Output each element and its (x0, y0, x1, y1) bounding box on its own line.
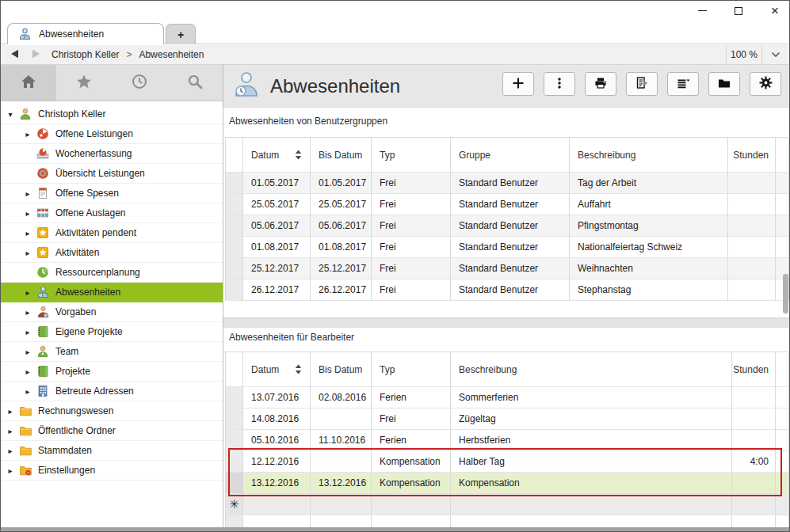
sidebar-item-offene-leistungen[interactable]: ▸Offene Leistungen (1, 124, 223, 144)
table-row[interactable]: 13.07.201602.08.2016FerienSommerferien (226, 387, 788, 408)
add-button[interactable] (502, 72, 534, 96)
column-header-stunden[interactable]: Stunden (728, 138, 776, 173)
row-selector[interactable] (226, 194, 243, 215)
sidebar-item-aktivit-ten-pendent[interactable]: ▸Aktivitäten pendent (1, 223, 223, 243)
column-header-datum[interactable]: Datum (243, 138, 311, 173)
sidebar-item-aktivit-ten[interactable]: ▸Aktivitäten (1, 243, 223, 263)
minimize-button[interactable] (696, 5, 708, 17)
sidebar-tab-search[interactable] (167, 65, 223, 101)
row-selector[interactable] (226, 473, 243, 494)
sidebar-item-ressourcenplanung[interactable]: Ressourcenplanung (1, 263, 223, 283)
row-selector[interactable] (226, 258, 243, 279)
zoom-dropdown[interactable] (762, 45, 789, 64)
pane-splitter[interactable] (223, 317, 790, 328)
vertical-scrollbar-thumb[interactable] (783, 274, 788, 314)
row-selector[interactable] (226, 215, 243, 237)
table-row[interactable]: 05.06.201705.06.2017FreiStandard Benutze… (226, 215, 788, 237)
row-selector[interactable] (226, 237, 243, 258)
table-row-selected[interactable]: 13.12.201613.12.2016KompensationKompensa… (226, 473, 788, 494)
sidebar-item-eigene-projekte[interactable]: ▸Eigene Projekte (1, 322, 223, 342)
new-tab-button[interactable]: + (166, 24, 196, 44)
sidebar-item-bersicht-leistungen[interactable]: Übersicht Leistungen (1, 164, 223, 184)
sidebar-item-einstellungen[interactable]: ▸Einstellungen (1, 461, 223, 481)
print-button[interactable] (585, 72, 616, 96)
more-button[interactable] (544, 72, 575, 96)
column-header-stunden[interactable]: Stunden (732, 352, 776, 387)
sidebar-tab-favorites[interactable] (56, 65, 112, 101)
row-selector-header[interactable] (226, 138, 243, 173)
expand-arrow-icon[interactable]: ▸ (23, 209, 32, 218)
expand-arrow-icon[interactable]: ▸ (23, 308, 32, 317)
row-selector[interactable] (226, 279, 243, 301)
table-row[interactable]: 12.12.2016KompensationHalber Tag4:00 (226, 451, 788, 473)
expand-arrow-icon[interactable]: ▸ (6, 446, 15, 455)
column-header-bis-datum[interactable]: Bis Datum (311, 138, 372, 173)
table-row[interactable]: 01.05.201701.05.2017FreiStandard Benutze… (226, 173, 788, 194)
column-header-bis-datum[interactable]: Bis Datum (311, 352, 372, 387)
settings-button[interactable] (750, 72, 781, 96)
breadcrumb-item-page[interactable]: Abwesenheiten (139, 49, 204, 60)
sidebar-item-ffentliche-ordner[interactable]: ▸Öffentliche Ordner (1, 421, 223, 441)
table-row[interactable]: 25.05.201725.05.2017FreiStandard Benutze… (226, 194, 788, 215)
maximize-button[interactable] (732, 5, 745, 17)
expand-arrow-icon[interactable]: ▸ (23, 130, 32, 139)
table-row[interactable]: 14.08.2016FreiZügeltag (226, 408, 788, 430)
row-selector[interactable] (226, 430, 243, 451)
expand-arrow-icon[interactable]: ▾ (6, 110, 15, 119)
column-header-datum[interactable]: Datum (243, 352, 311, 387)
zoom-level[interactable]: 100 % (727, 49, 761, 60)
sidebar-tab-home[interactable] (1, 65, 56, 101)
forward-icon[interactable] (32, 49, 40, 61)
expand-arrow-icon[interactable]: ▸ (6, 466, 15, 475)
row-selector-header[interactable] (226, 352, 243, 387)
expand-arrow-icon[interactable]: ▸ (23, 328, 32, 336)
expand-arrow-icon[interactable]: ▸ (23, 229, 32, 238)
row-selector[interactable] (226, 173, 243, 194)
row-selector[interactable] (226, 515, 243, 528)
sidebar-item-christoph-keller[interactable]: ▾Christoph Keller (1, 104, 223, 124)
sidebar-item-vorgaben[interactable]: ▸Vorgaben (1, 302, 223, 322)
column-header-typ[interactable]: Typ (372, 352, 451, 387)
table-row[interactable]: 01.08.201701.08.2017FreiStandard Benutze… (226, 237, 788, 258)
back-icon[interactable] (10, 49, 19, 61)
breadcrumb-item-user[interactable]: Christoph Keller (52, 49, 119, 60)
sidebar-item-abwesenheiten[interactable]: ▸Abwesenheiten (1, 283, 223, 302)
table-row-new[interactable]: ✳ (226, 494, 788, 515)
table-row[interactable]: 25.12.201725.12.2017FreiStandard Benutze… (226, 258, 788, 279)
close-button[interactable]: × (769, 5, 781, 17)
expand-arrow-icon[interactable]: ▸ (23, 288, 32, 297)
sidebar-item-offene-auslagen[interactable]: ▸Offene Auslagen (1, 203, 223, 223)
report-button[interactable] (626, 72, 658, 96)
sidebar-item-betreute-adressen[interactable]: ▸Betreute Adressen (1, 382, 223, 401)
sidebar-item-offene-spesen[interactable]: ▸Offene Spesen (1, 184, 223, 203)
table-row[interactable]: 26.12.201726.12.2017FreiStandard Benutze… (226, 279, 788, 301)
sidebar-item-wochenerfassung[interactable]: Wochenerfassung (1, 144, 223, 164)
expand-arrow-icon[interactable]: ▸ (23, 387, 32, 396)
expand-arrow-icon[interactable]: ▸ (23, 367, 32, 376)
table-row-empty[interactable] (226, 515, 788, 528)
column-header-gruppe[interactable]: Gruppe (451, 138, 570, 173)
table-row[interactable]: 05.10.201611.10.2016FerienHerbstferien (226, 430, 788, 451)
row-selector[interactable]: ✳ (226, 494, 243, 515)
services-overview-icon (36, 167, 50, 180)
sidebar-item-rechnungswesen[interactable]: ▸Rechnungswesen (1, 401, 223, 421)
column-header-beschreibung[interactable]: Beschreibung (570, 138, 728, 173)
column-header-beschreibung[interactable]: Beschreibung (451, 352, 732, 387)
row-selector[interactable] (226, 408, 243, 430)
sidebar-item-stammdaten[interactable]: ▸Stammdaten (1, 441, 223, 461)
expand-arrow-icon[interactable]: ▸ (23, 249, 32, 257)
expand-arrow-icon[interactable]: ▸ (6, 407, 15, 416)
row-selector[interactable] (226, 451, 243, 473)
expand-arrow-icon[interactable]: ▸ (23, 348, 32, 356)
tab-abwesenheiten[interactable]: Abwesenheiten (7, 23, 164, 44)
sidebar-item-team[interactable]: ▸Team (1, 342, 223, 362)
column-header-typ[interactable]: Typ (372, 138, 451, 173)
sidebar-tab-recent[interactable] (112, 65, 167, 101)
row-selector[interactable] (226, 387, 243, 408)
cell-gruppe: Standard Benutzer (451, 194, 570, 215)
sidebar-item-projekte[interactable]: ▸Projekte (1, 362, 223, 382)
expand-arrow-icon[interactable]: ▸ (23, 189, 32, 198)
expand-arrow-icon[interactable]: ▸ (6, 427, 15, 435)
list-dropdown-button[interactable] (667, 72, 699, 96)
folder-button[interactable] (708, 72, 740, 96)
